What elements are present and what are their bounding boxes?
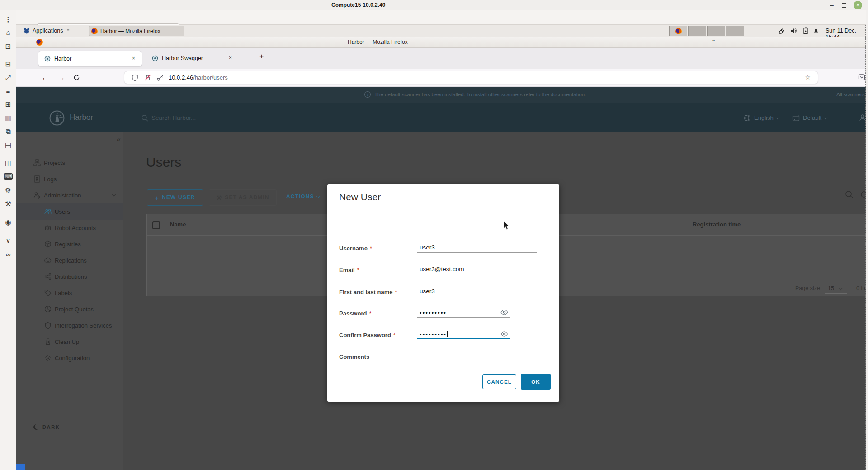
close-icon[interactable]: × xyxy=(854,1,862,9)
reload-icon[interactable] xyxy=(73,74,80,81)
required-asterisk: * xyxy=(370,245,372,252)
fullscreen-icon[interactable]: ⤢ xyxy=(3,73,14,82)
screen-share-icon[interactable]: ⊞ xyxy=(3,100,14,109)
remmina-tab-strip: Compute15-10.0.2.40 × xyxy=(0,10,868,25)
url-host: 10.0.2.46 xyxy=(169,74,193,81)
screen: Compute15-10.0.2.40 – × Compute15-10.0.2… xyxy=(0,0,868,470)
tab-label: Harbor Swagger xyxy=(162,55,203,61)
wrench-icon[interactable]: ⚒ xyxy=(3,199,14,208)
new-tab-button[interactable]: + xyxy=(259,52,264,61)
tab-harbor[interactable]: Harbor × xyxy=(38,51,142,66)
workspace-1[interactable] xyxy=(669,26,687,36)
required-asterisk: * xyxy=(393,332,396,338)
minimize-icon[interactable]: – xyxy=(720,38,723,45)
taskbar-window-label: Harbor — Mozilla Firefox xyxy=(100,28,160,34)
tab-label: Harbor xyxy=(54,56,71,62)
tab-close-icon[interactable]: × xyxy=(229,55,232,61)
ok-button[interactable]: OK xyxy=(521,374,551,390)
volume-tray-icon[interactable] xyxy=(790,28,797,34)
cancel-button[interactable]: CANCEL xyxy=(482,374,516,389)
back-icon[interactable]: ← xyxy=(42,73,49,82)
form-row-email: Email* user3@test.com xyxy=(339,266,551,276)
url-path: /harbor/users xyxy=(193,74,228,81)
eye-icon[interactable] xyxy=(500,331,508,337)
list-view-icon[interactable]: ▤ xyxy=(3,141,14,150)
grid-icon[interactable]: ▦ xyxy=(3,113,14,122)
tab-close-icon[interactable]: × xyxy=(132,55,135,61)
minimize-icon[interactable]: – xyxy=(830,1,834,9)
menu-handle-icon: ≡ xyxy=(67,28,69,33)
username-field[interactable]: user3 xyxy=(417,243,537,253)
remmina-toolbar-rail: ⋮ ⌂ ⊡ ⊟ ⤢ ≡ ⊞ ▦ ⧉ ▤ ◫ ⌨ ⚙ ⚒ ◉ ∨ ∞ xyxy=(0,10,16,470)
workspace-4[interactable] xyxy=(726,26,744,36)
firefox-tabbar: Harbor × Harbor Swagger × + xyxy=(16,48,868,69)
vm-taskbar: Applications ≡ Harbor — Mozilla Firefox … xyxy=(16,25,868,37)
pocket-icon[interactable] xyxy=(858,74,865,81)
required-asterisk: * xyxy=(369,310,371,317)
new-user-dialog: New User Username* user3 Email* user3@te… xyxy=(327,184,559,402)
monitor-icon[interactable]: ⊟ xyxy=(3,60,14,69)
side-panel-icon[interactable]: ◫ xyxy=(3,159,14,168)
eye-icon[interactable] xyxy=(500,310,508,315)
firefox-icon xyxy=(91,28,98,34)
link-icon[interactable]: ∞ xyxy=(3,250,14,259)
harbor-favicon xyxy=(152,55,158,61)
shield-icon[interactable] xyxy=(132,74,138,81)
form-row-username: Username* user3 xyxy=(339,244,551,254)
multi-window-icon[interactable]: ⧉ xyxy=(3,127,14,136)
chevron-down-icon[interactable]: ∨ xyxy=(3,236,14,245)
email-field[interactable]: user3@test.com xyxy=(417,265,537,274)
window-title: Compute15-10.0.2.40 xyxy=(331,2,385,8)
menu-lines-icon[interactable]: ≡ xyxy=(3,87,14,96)
tablet-tray-icon[interactable] xyxy=(778,28,785,34)
home-icon[interactable]: ⌂ xyxy=(3,28,14,37)
forward-icon[interactable]: → xyxy=(58,73,65,82)
mouse-cursor xyxy=(503,221,512,230)
bell-tray-icon[interactable] xyxy=(813,28,819,34)
applications-menu[interactable]: Applications xyxy=(33,28,63,34)
confirm-password-field[interactable]: ••••••••• xyxy=(417,330,510,339)
tab-harbor-swagger[interactable]: Harbor Swagger × xyxy=(146,51,250,66)
form-row-confirm-password: Confirm Password* ••••••••• xyxy=(339,331,551,341)
fullname-field[interactable]: user3 xyxy=(417,287,537,296)
firefox-titlebar: Harbor — Mozilla Firefox ⌃ – xyxy=(16,37,868,48)
firefox-icon xyxy=(36,39,43,46)
firefox-navbar: ← → 10.0.2.46/harbor/users ☆ xyxy=(16,69,868,87)
required-asterisk: * xyxy=(395,289,397,296)
keyboard-icon[interactable]: ⌨ xyxy=(4,173,13,180)
battery-tray-icon[interactable] xyxy=(803,27,808,34)
form-row-fullname: First and last name* user3 xyxy=(339,288,551,298)
firefox-window-title: Harbor — Mozilla Firefox xyxy=(348,39,408,45)
shade-icon[interactable]: ⌃ xyxy=(712,39,716,45)
form-row-comments: Comments xyxy=(339,352,551,362)
kebab-menu-icon[interactable]: ⋮ xyxy=(3,15,14,24)
restore-icon[interactable] xyxy=(842,3,846,8)
screen-edge-strip xyxy=(866,10,868,470)
bookmark-star-icon[interactable]: ☆ xyxy=(805,74,811,81)
password-field[interactable]: ••••••••• xyxy=(417,308,510,318)
url-bar[interactable]: 10.0.2.46/harbor/users ☆ xyxy=(124,71,818,84)
key-icon[interactable] xyxy=(157,75,164,81)
applications-menu-icon xyxy=(24,28,30,34)
text-cursor xyxy=(447,331,448,337)
workspace-3[interactable] xyxy=(707,26,725,36)
screenshot-icon[interactable]: ⊡ xyxy=(3,42,14,51)
harbor-favicon xyxy=(44,56,51,62)
comments-field[interactable] xyxy=(417,352,537,361)
dialog-title: New User xyxy=(339,192,381,202)
taskbar-window-button[interactable]: Harbor — Mozilla Firefox xyxy=(89,26,184,36)
insecure-lock-icon[interactable] xyxy=(144,74,151,81)
settings-gear-icon[interactable]: ⚙ xyxy=(3,186,14,195)
required-asterisk: * xyxy=(357,267,359,273)
form-row-password: Password* ••••••••• xyxy=(339,309,551,319)
firefox-icon xyxy=(675,28,682,34)
desktop-titlebar: Compute15-10.0.2.40 – × xyxy=(0,0,868,10)
workspace-2[interactable] xyxy=(688,26,706,36)
url-text: 10.0.2.46/harbor/users xyxy=(169,74,228,81)
camera-icon[interactable]: ◉ xyxy=(3,218,14,227)
